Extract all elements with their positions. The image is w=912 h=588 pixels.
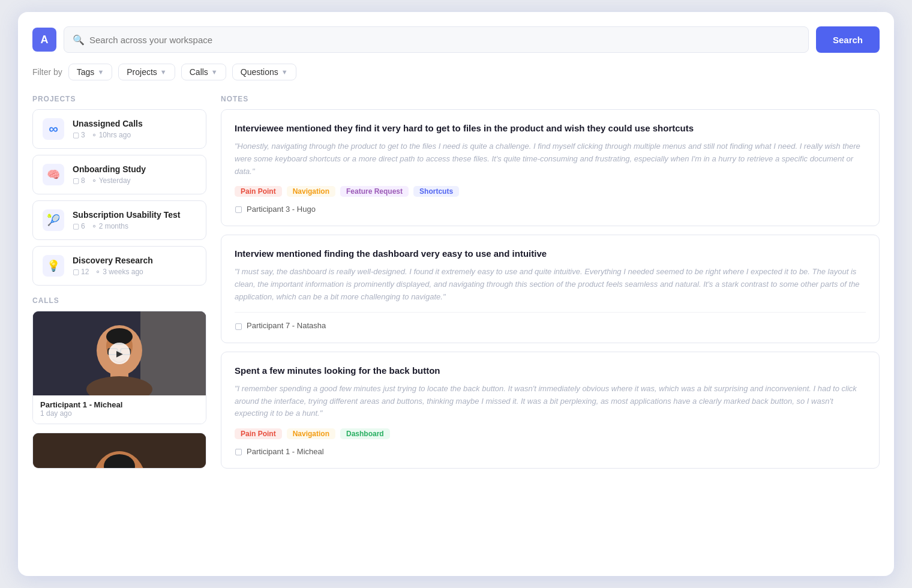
project-icon-subscription: 🎾	[43, 209, 64, 231]
participant-icon-3: ▢	[235, 446, 242, 456]
call-thumbnail-other	[33, 433, 206, 469]
note-tags-1: Pain Point Navigation Feature Request Sh…	[235, 186, 866, 197]
film-icon: ▢	[73, 131, 79, 139]
project-meta-unassigned: ▢ 3 ⚬ 10hrs ago	[73, 131, 196, 139]
clock-icon: ⚬	[91, 131, 97, 139]
note-title-1: Interviewee mentioned they find it very …	[235, 122, 866, 134]
header: A 🔍 Search	[32, 26, 880, 53]
note-quote-2: "I must say, the dashboard is really wel…	[235, 266, 866, 303]
filter-by-label: Filter by	[32, 67, 62, 77]
project-icon-unassigned: ∞	[43, 118, 64, 140]
tag-feature-request-1[interactable]: Feature Request	[340, 186, 409, 197]
call-card-micheal[interactable]: ▶ Participant 1 - Micheal 1 day ago	[32, 311, 206, 424]
search-icon: 🔍	[73, 34, 85, 46]
filter-tags[interactable]: Tags ▼	[68, 64, 112, 80]
chevron-down-icon: ▼	[281, 68, 288, 76]
project-count-discovery: ▢ 12	[73, 268, 89, 276]
participant-icon-1: ▢	[235, 204, 242, 214]
filter-questions-label: Questions	[241, 67, 278, 77]
left-column: PROJECTS ∞ Unassigned Calls ▢ 3 ⚬ 10hrs …	[32, 95, 206, 477]
tag-navigation-1[interactable]: Navigation	[287, 186, 335, 197]
project-time-onboarding: ⚬ Yesterday	[91, 176, 131, 185]
filter-calls[interactable]: Calls ▼	[181, 64, 226, 80]
call-time-micheal: 1 day ago	[40, 409, 199, 418]
tag-navigation-3[interactable]: Navigation	[287, 428, 335, 439]
call-info-micheal: Participant 1 - Micheal 1 day ago	[33, 395, 206, 424]
filter-questions[interactable]: Questions ▼	[232, 64, 296, 80]
project-info-subscription: Subscription Usability Test ▢ 6 ⚬ 2 mont…	[73, 210, 196, 230]
film-icon: ▢	[73, 222, 79, 230]
note-participant-2: ▢ Participant 7 - Natasha	[235, 321, 866, 331]
app-container: A 🔍 Search Filter by Tags ▼ Projects ▼ C…	[18, 12, 894, 576]
right-column: NOTES Interviewee mentioned they find it…	[221, 95, 880, 477]
tag-pain-point-3[interactable]: Pain Point	[235, 428, 282, 439]
note-quote-1: "Honestly, navigating through the produc…	[235, 140, 866, 178]
call-thumbnail-micheal: ▶	[33, 311, 206, 395]
project-count-subscription: ▢ 6	[73, 222, 85, 230]
filter-projects[interactable]: Projects ▼	[118, 64, 175, 80]
filter-bar: Filter by Tags ▼ Projects ▼ Calls ▼ Ques…	[32, 64, 880, 80]
participant-name-3: Participant 1 - Micheal	[247, 447, 324, 456]
note-card-2: Interview mentioned finding the dashboar…	[221, 235, 880, 343]
project-time-subscription: ⚬ 2 months	[91, 222, 128, 230]
divider-2	[235, 312, 866, 313]
call-name-micheal: Participant 1 - Micheal	[40, 400, 199, 409]
tag-pain-point-1[interactable]: Pain Point	[235, 186, 282, 197]
project-icon-onboarding: 🧠	[43, 164, 64, 185]
project-count-unassigned: ▢ 3	[73, 131, 85, 139]
tag-shortcuts-1[interactable]: Shortcuts	[413, 186, 459, 197]
project-name-onboarding: Onboarding Study	[73, 164, 196, 174]
notes-section-label: NOTES	[221, 95, 880, 103]
note-participant-1: ▢ Participant 3 - Hugo	[235, 204, 866, 214]
filter-projects-label: Projects	[127, 67, 157, 77]
filter-tags-label: Tags	[77, 67, 95, 77]
calls-section: CALLS	[32, 296, 206, 469]
note-participant-3: ▢ Participant 1 - Micheal	[235, 446, 866, 456]
chevron-down-icon: ▼	[160, 68, 167, 76]
project-name-subscription: Subscription Usability Test	[73, 210, 196, 220]
chevron-down-icon: ▼	[211, 68, 218, 76]
note-card-1: Interviewee mentioned they find it very …	[221, 109, 880, 226]
avatar: A	[32, 28, 56, 52]
note-title-3: Spent a few minutes looking for the back…	[235, 364, 866, 377]
svg-rect-1	[140, 311, 206, 395]
clock-icon: ⚬	[95, 268, 101, 276]
project-meta-onboarding: ▢ 8 ⚬ Yesterday	[73, 176, 196, 185]
project-meta-discovery: ▢ 12 ⚬ 3 weeks ago	[73, 268, 196, 276]
search-button[interactable]: Search	[816, 26, 880, 53]
note-title-2: Interview mentioned finding the dashboar…	[235, 247, 866, 260]
calls-section-label: CALLS	[32, 296, 206, 305]
project-info-onboarding: Onboarding Study ▢ 8 ⚬ Yesterday	[73, 164, 196, 185]
project-card-discovery[interactable]: 💡 Discovery Research ▢ 12 ⚬ 3 weeks ago	[32, 246, 206, 286]
projects-section-label: PROJECTS	[32, 95, 206, 103]
search-input[interactable]	[89, 35, 800, 45]
participant-icon-2: ▢	[235, 321, 242, 331]
project-card-unassigned[interactable]: ∞ Unassigned Calls ▢ 3 ⚬ 10hrs ago	[32, 109, 206, 149]
search-bar: 🔍	[64, 26, 809, 53]
main-content: PROJECTS ∞ Unassigned Calls ▢ 3 ⚬ 10hrs …	[32, 95, 880, 477]
project-card-onboarding[interactable]: 🧠 Onboarding Study ▢ 8 ⚬ Yesterday	[32, 155, 206, 194]
clock-icon: ⚬	[91, 222, 97, 230]
film-icon: ▢	[73, 268, 79, 276]
call-card-other[interactable]	[32, 433, 206, 469]
project-info-discovery: Discovery Research ▢ 12 ⚬ 3 weeks ago	[73, 256, 196, 276]
project-meta-subscription: ▢ 6 ⚬ 2 months	[73, 222, 196, 230]
participant-name-2: Participant 7 - Natasha	[247, 321, 326, 330]
project-time-unassigned: ⚬ 10hrs ago	[91, 131, 131, 139]
clock-icon: ⚬	[91, 176, 97, 185]
note-card-3: Spent a few minutes looking for the back…	[221, 352, 880, 469]
chevron-down-icon: ▼	[97, 68, 104, 76]
note-tags-3: Pain Point Navigation Dashboard	[235, 428, 866, 439]
project-name-unassigned: Unassigned Calls	[73, 119, 196, 128]
project-card-subscription[interactable]: 🎾 Subscription Usability Test ▢ 6 ⚬ 2 mo…	[32, 200, 206, 240]
project-time-discovery: ⚬ 3 weeks ago	[95, 268, 143, 276]
note-quote-3: "I remember spending a good few minutes …	[235, 383, 866, 420]
play-button[interactable]: ▶	[109, 343, 130, 364]
project-name-discovery: Discovery Research	[73, 256, 196, 265]
participant-name-1: Participant 3 - Hugo	[247, 205, 316, 214]
project-icon-discovery: 💡	[43, 255, 64, 277]
tag-dashboard-3[interactable]: Dashboard	[340, 428, 390, 439]
filter-calls-label: Calls	[190, 67, 208, 77]
film-icon: ▢	[73, 176, 79, 185]
project-info-unassigned: Unassigned Calls ▢ 3 ⚬ 10hrs ago	[73, 119, 196, 139]
